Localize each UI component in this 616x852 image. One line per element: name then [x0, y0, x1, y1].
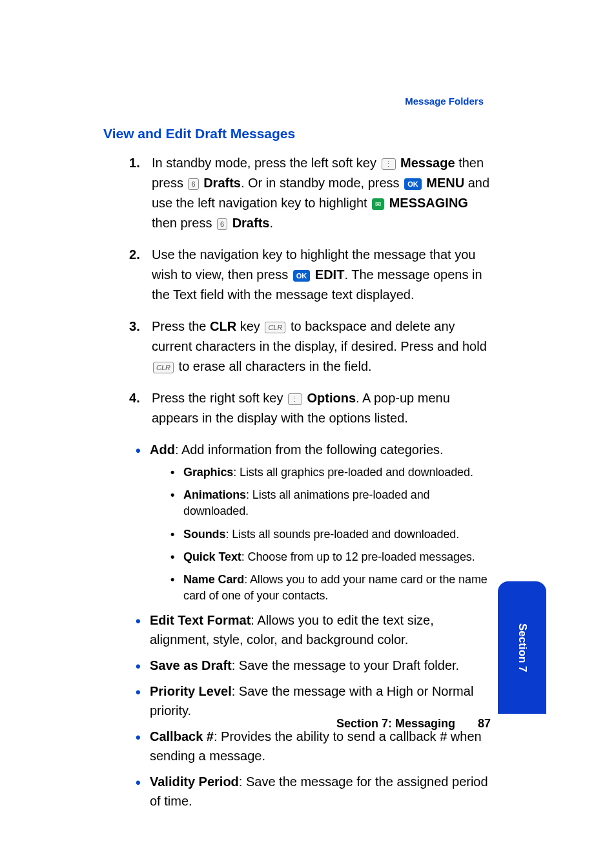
- ok-key-icon: OK: [404, 178, 422, 190]
- options-list: Add: Add information from the following …: [136, 440, 491, 811]
- key-6-icon: 6: [188, 178, 198, 190]
- step-text: then press: [152, 216, 216, 230]
- left-softkey-icon: ⋮: [382, 158, 396, 170]
- clr-key-icon: CLR: [265, 322, 285, 333]
- key-label: Drafts: [200, 176, 241, 190]
- sub-sounds: Sounds: Lists all sounds pre-loaded and …: [170, 526, 491, 543]
- ok-key-icon: OK: [293, 270, 311, 282]
- sub-desc: : Lists all graphics pre-loaded and down…: [233, 466, 473, 479]
- step-text: . Or in standby mode, press: [241, 176, 403, 190]
- step-text: to erase all characters in the field.: [175, 359, 372, 373]
- steps-list: In standby mode, press the left soft key…: [103, 153, 491, 428]
- step-4: Press the right soft key ⋮ Options. A po…: [152, 388, 491, 428]
- option-title: Edit Text Format: [150, 613, 251, 627]
- step-3: Press the CLR key CLR to backspace and d…: [152, 317, 491, 377]
- sub-graphics: Graphics: Lists all graphics pre-loaded …: [170, 464, 491, 481]
- step-text: Press the: [152, 319, 210, 333]
- page-body: View and Edit Draft Messages In standby …: [103, 126, 491, 817]
- step-text: key: [236, 319, 263, 333]
- option-priority-level: Priority Level: Save the message with a …: [136, 681, 491, 720]
- option-validity-period: Validity Period: Save the message for th…: [136, 772, 491, 811]
- sub-title: Graphics: [183, 466, 233, 479]
- sub-namecard: Name Card: Allows you to add your name c…: [170, 572, 491, 604]
- step-2: Use the navigation key to highlight the …: [152, 245, 491, 305]
- option-desc: : Add information from the following cat…: [175, 442, 444, 457]
- add-sublist: Graphics: Lists all graphics pre-loaded …: [170, 464, 491, 604]
- clr-key-icon: CLR: [153, 362, 174, 373]
- key-label: MENU: [423, 176, 464, 190]
- sub-title: Sounds: [183, 528, 225, 541]
- step-text: .: [269, 216, 273, 230]
- key-label: EDIT: [311, 267, 344, 282]
- option-title: Add: [150, 442, 175, 457]
- sub-animations: Animations: Lists all animations pre-loa…: [170, 487, 491, 519]
- option-title: Priority Level: [150, 684, 232, 698]
- sub-title: Animations: [183, 488, 246, 501]
- header-breadcrumb: Message Folders: [405, 96, 484, 107]
- sub-title: Quick Text: [183, 550, 241, 563]
- key-label: Options: [303, 391, 356, 405]
- page-footer: Section 7: Messaging 87: [103, 717, 491, 731]
- option-edit-text-format: Edit Text Format: Allows you to edit the…: [136, 610, 491, 649]
- option-callback: Callback #: Provides the ability to send…: [136, 727, 491, 765]
- section-tab: Section 7: [498, 581, 546, 714]
- step-text: Press the right soft key: [152, 391, 287, 405]
- sub-desc: : Lists all sounds pre-loaded and downlo…: [225, 528, 459, 541]
- key-6-icon: 6: [217, 218, 227, 230]
- option-title: Validity Period: [150, 774, 239, 789]
- option-title: Callback #: [150, 729, 214, 743]
- option-add: Add: Add information from the following …: [136, 440, 491, 604]
- step-1: In standby mode, press the left soft key…: [152, 153, 491, 233]
- right-softkey-icon: ⋮: [288, 393, 302, 405]
- option-title: Save as Draft: [150, 658, 232, 672]
- option-save-as-draft: Save as Draft: Save the message to your …: [136, 656, 491, 675]
- section-tab-label: Section 7: [516, 623, 529, 672]
- footer-section-label: Section 7: Messaging: [336, 717, 455, 730]
- sub-title: Name Card: [183, 573, 244, 586]
- section-heading: View and Edit Draft Messages: [103, 126, 491, 141]
- sub-desc: : Choose from up to 12 pre-loaded messag…: [241, 550, 475, 563]
- key-label: CLR: [210, 319, 236, 333]
- option-desc: : Save the message to your Draft folder.: [232, 658, 459, 672]
- sub-quicktext: Quick Text: Choose from up to 12 pre-loa…: [170, 549, 491, 565]
- key-label: MESSAGING: [385, 196, 468, 210]
- key-label: Drafts: [229, 216, 269, 230]
- step-text: In standby mode, press the left soft key: [152, 156, 380, 170]
- messaging-icon: ✉: [372, 198, 384, 210]
- key-label: Message: [397, 156, 455, 170]
- page-number: 87: [478, 717, 491, 730]
